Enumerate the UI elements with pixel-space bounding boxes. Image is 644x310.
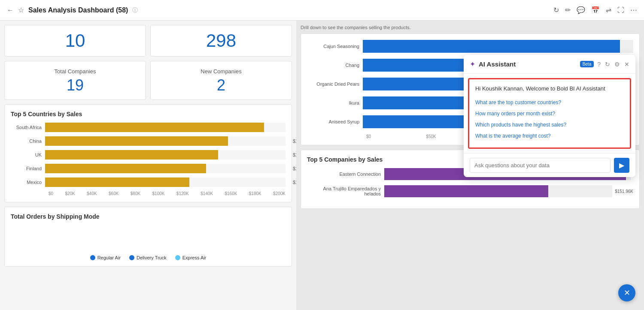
country-row-south-africa: South Africa: [11, 123, 286, 132]
product-bar-track: [363, 40, 633, 53]
more-icon[interactable]: ⋯: [630, 6, 637, 14]
country-label: China: [11, 138, 45, 144]
share-icon[interactable]: ⇌: [606, 6, 611, 14]
country-row-mexico: Mexico $119.84K: [11, 178, 286, 187]
product-label: Aniseed Syrup: [307, 119, 363, 124]
stat-value-298: 298: [158, 30, 285, 51]
country-label: UK: [11, 152, 45, 157]
company-bar-value: $151.96K: [615, 189, 633, 194]
shipping-legend: Regular Air Delivery Truck Express Air: [11, 255, 286, 260]
country-label: Mexico: [11, 180, 45, 185]
ai-panel-header: ✦ AI Assistant Beta ? ↻ ⚙ ✕: [464, 55, 635, 74]
country-label: South Africa: [11, 125, 45, 130]
ai-assistant-panel: ✦ AI Assistant Beta ? ↻ ⚙ ✕ Hi Koushik K…: [464, 55, 635, 177]
new-companies-label: New Companies: [158, 68, 285, 75]
right-panel: Drill down to see the companies selling …: [296, 21, 644, 310]
country-bar-value: $119.84K: [293, 180, 296, 185]
ai-suggestion-2[interactable]: How many orders per month exist?: [475, 108, 555, 119]
country-label: Finland: [11, 166, 45, 171]
drill-text: Drill down to see the companies selling …: [301, 25, 640, 30]
ai-welcome-text: Hi Koushik Kannan, Welcome to Bold BI AI…: [475, 85, 624, 92]
back-button[interactable]: ←: [7, 6, 14, 14]
country-bar-track: $133.55K: [45, 164, 286, 173]
shipping-mode-chart: Total Orders by Shipping Mode Regular Ai…: [4, 207, 292, 267]
country-bar-fill: [45, 164, 206, 173]
ai-close-icon[interactable]: ✕: [624, 61, 629, 68]
company-bar-track: [384, 185, 612, 197]
stat-row-1: 10 298: [4, 25, 292, 57]
ai-star-icon: ✦: [470, 60, 475, 68]
legend-label-truck: Delivery Truck: [137, 255, 167, 260]
country-bar-track: $151.96K: [45, 136, 286, 146]
company-label: Eastern Connection: [307, 172, 384, 177]
product-label: Ikura: [307, 100, 363, 105]
favorite-icon[interactable]: ☆: [18, 6, 24, 14]
info-icon[interactable]: ⓘ: [132, 6, 138, 14]
new-companies-value: 2: [158, 76, 285, 94]
legend-label-regular: Regular Air: [97, 255, 121, 260]
ai-title: AI Assistant: [479, 60, 575, 68]
country-bar-value: $133.55K: [293, 166, 296, 171]
left-panel: 10 298 Total Companies 19 New Companies …: [0, 21, 296, 310]
country-bar-fill: [45, 178, 189, 187]
country-row-finland: Finland $133.55K: [11, 164, 286, 173]
legend-label-express: Express Air: [182, 255, 207, 260]
ai-refresh-icon[interactable]: ↻: [605, 61, 610, 68]
country-bar-track: [45, 123, 286, 132]
legend-regular-air: Regular Air: [90, 255, 121, 260]
main-layout: 10 298 Total Companies 19 New Companies …: [0, 21, 644, 310]
ai-suggestion-1[interactable]: What are the top customer countries?: [475, 97, 561, 108]
total-companies-label: Total Companies: [12, 68, 139, 75]
topbar-right: ↻ ✏ 💬 📅 ⇌ ⛶ ⋯: [553, 6, 637, 14]
company-label: Ana Trujillo Emparedados y helados: [307, 186, 384, 196]
legend-dot-truck: [129, 255, 134, 260]
stat-card-total-companies: Total Companies 19: [4, 61, 146, 100]
page-title: Sales Analysis Dashboard (58): [28, 6, 128, 14]
fullscreen-icon[interactable]: ⛶: [617, 6, 624, 14]
total-companies-value: 19: [12, 76, 139, 94]
ai-help-icon[interactable]: ?: [597, 61, 601, 68]
country-bar-track: $144.93K: [45, 150, 286, 160]
ai-header-icons: ? ↻ ⚙ ✕: [597, 61, 629, 68]
country-bar-value: $144.93K: [293, 153, 296, 157]
ai-settings-icon[interactable]: ⚙: [614, 61, 620, 68]
schedule-icon[interactable]: 📅: [591, 6, 600, 14]
ai-suggestions-body: Hi Koushik Kannan, Welcome to Bold BI AI…: [468, 78, 631, 149]
top5-countries-title: Top 5 Countries by Sales: [11, 111, 286, 117]
ai-suggestion-4[interactable]: What is the average freight cost?: [475, 130, 550, 141]
ai-suggestion-3[interactable]: Which products have the highest sales?: [475, 119, 566, 130]
edit-icon[interactable]: ✏: [565, 6, 571, 14]
stat-value-10: 10: [12, 30, 139, 51]
product-row-cajun: Cajun Seasoning: [307, 40, 633, 53]
float-close-button[interactable]: ✕: [618, 284, 635, 301]
topbar-left: ← ☆ Sales Analysis Dashboard (58) ⓘ: [7, 6, 553, 14]
country-row-uk: UK $144.93K: [11, 150, 286, 160]
ai-send-button[interactable]: ▶: [614, 158, 629, 173]
country-bar-fill: [45, 136, 228, 146]
stat-card-298: 298: [150, 25, 292, 57]
legend-delivery-truck: Delivery Truck: [129, 255, 167, 260]
product-label: Chang: [307, 63, 363, 68]
legend-express-air: Express Air: [175, 255, 207, 260]
legend-dot-express: [175, 255, 180, 260]
countries-bar-chart: South Africa China $151.96K UK: [11, 123, 286, 196]
comment-icon[interactable]: 💬: [577, 6, 585, 14]
shipping-mode-title: Total Orders by Shipping Mode: [11, 213, 286, 220]
stat-card-new-companies: New Companies 2: [150, 61, 292, 100]
country-bar-track: $119.84K: [45, 178, 286, 187]
refresh-icon[interactable]: ↻: [553, 6, 559, 14]
stat-row-2: Total Companies 19 New Companies 2: [4, 61, 292, 100]
country-bar-value: $151.96K: [293, 139, 296, 144]
ai-input-area: ▶: [464, 153, 635, 177]
product-label: Cajun Seasoning: [307, 44, 363, 49]
company-bar-fill: [384, 185, 548, 197]
top5-countries-chart: Top 5 Countries by Sales South Africa Ch…: [4, 104, 292, 202]
legend-dot-regular: [90, 255, 95, 260]
country-bar-fill: [45, 150, 218, 160]
topbar: ← ☆ Sales Analysis Dashboard (58) ⓘ ↻ ✏ …: [0, 0, 644, 21]
ai-chat-input[interactable]: [470, 158, 611, 173]
ai-beta-badge: Beta: [580, 61, 594, 67]
product-label: Organic Dried Pears: [307, 81, 363, 87]
stat-card-10: 10: [4, 25, 146, 57]
countries-axis: $0 $20K $40K $60K $80K $100K $120K $140K…: [11, 191, 286, 196]
